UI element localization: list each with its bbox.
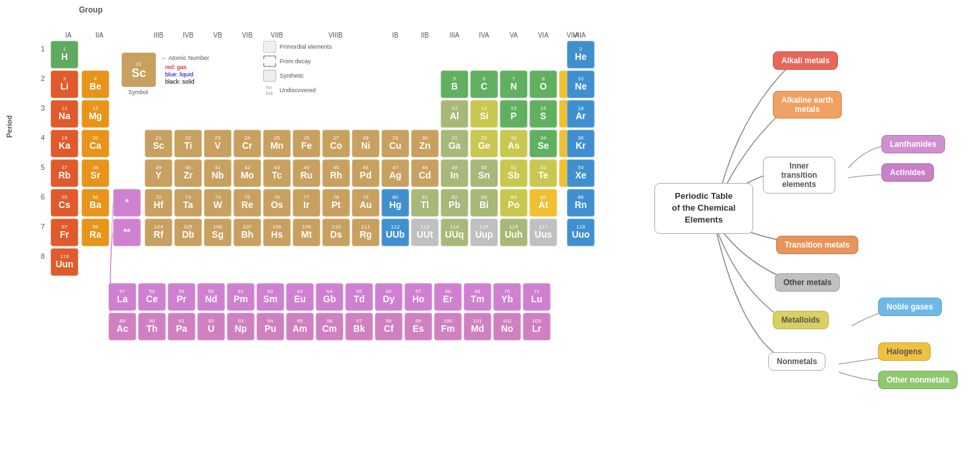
- element-Ar[interactable]: 18Ar: [567, 100, 595, 128]
- element-Th[interactable]: 90Th: [138, 313, 166, 340]
- element-Pr[interactable]: 59Pr: [168, 283, 195, 311]
- element-Pu[interactable]: 94Pu: [257, 313, 284, 340]
- element-Tm[interactable]: 69Tm: [464, 283, 491, 311]
- element-Ra[interactable]: 88Ra: [82, 219, 109, 246]
- element-Rn[interactable]: 86Rn: [567, 189, 595, 217]
- element-Bh[interactable]: 107Bh: [233, 219, 261, 246]
- node-other-metals[interactable]: Other metals: [775, 273, 840, 292]
- element-Pm[interactable]: 61Pm: [227, 283, 255, 311]
- element-Zr[interactable]: 40Zr: [174, 159, 202, 187]
- element-Mo[interactable]: 42Mo: [233, 159, 261, 187]
- element-Bi[interactable]: 83Bi: [470, 189, 498, 217]
- element-At[interactable]: 85At: [529, 189, 557, 217]
- element-W[interactable]: 74W: [204, 189, 232, 217]
- element-Ne[interactable]: 10Ne: [567, 70, 595, 98]
- element-Sn[interactable]: 50Sn: [470, 159, 498, 187]
- element-Uup[interactable]: 115Uup: [470, 219, 498, 246]
- element-Na[interactable]: 11Na: [51, 100, 78, 128]
- element-Mn[interactable]: 25Mn: [263, 130, 291, 157]
- element-Cu[interactable]: 29Cu: [381, 130, 409, 157]
- element-Cr[interactable]: 24Cr: [233, 130, 261, 157]
- element-Rf[interactable]: 104Rf: [145, 219, 172, 246]
- element-P[interactable]: 15P: [500, 100, 527, 128]
- element-Ge[interactable]: 32Ge: [470, 130, 498, 157]
- element-Uuo[interactable]: 118Uuo: [567, 219, 595, 246]
- element-Uuh[interactable]: 116Uuh: [500, 219, 527, 246]
- element-Sc[interactable]: 21Sc: [145, 130, 172, 157]
- element-Fe[interactable]: 26Fe: [293, 130, 320, 157]
- element-Co[interactable]: 27Co: [322, 130, 350, 157]
- element-Zn[interactable]: 30Zn: [411, 130, 439, 157]
- element-Sm[interactable]: 62Sm: [257, 283, 284, 311]
- element-Nb[interactable]: 41Nb: [204, 159, 232, 187]
- element-Ds[interactable]: 110Ds: [322, 219, 350, 246]
- element-Ce[interactable]: 58Ce: [138, 283, 166, 311]
- element-Mt[interactable]: 109Mt: [293, 219, 320, 246]
- element-N[interactable]: 7N: [500, 70, 527, 98]
- element-Am[interactable]: 95Am: [286, 313, 314, 340]
- element-Nd[interactable]: 60Nd: [197, 283, 225, 311]
- element-Y[interactable]: 39Y: [145, 159, 172, 187]
- node-alkaline-earth[interactable]: Alkaline earthmetals: [773, 91, 842, 119]
- element-Pd[interactable]: 46Pd: [352, 159, 380, 187]
- node-noble-gases[interactable]: Noble gases: [878, 298, 942, 316]
- element-Dy[interactable]: 66Dy: [375, 283, 403, 311]
- element-UUt[interactable]: 113UUt: [411, 219, 439, 246]
- node-metalloids[interactable]: Metalloids: [773, 311, 829, 329]
- element-Ti[interactable]: 22Ti: [174, 130, 202, 157]
- element-Tl[interactable]: 81Tl: [411, 189, 439, 217]
- element-Ba[interactable]: 56Ba: [82, 189, 109, 217]
- element-Cf[interactable]: 98Cf: [375, 313, 403, 340]
- element-Ru[interactable]: 44Ru: [293, 159, 320, 187]
- element-V[interactable]: 23V: [204, 130, 232, 157]
- element-Uus[interactable]: 117Uus: [529, 219, 557, 246]
- node-lanthanides[interactable]: Lanthanides: [881, 135, 945, 153]
- element-Be[interactable]: 4Be: [82, 70, 109, 98]
- node-nonmetals[interactable]: Nonmetals: [768, 352, 825, 371]
- element-Hf[interactable]: 72Hf: [145, 189, 172, 217]
- element-Ka[interactable]: 19Ka: [51, 130, 78, 157]
- element-Tc[interactable]: 43Tc: [263, 159, 291, 187]
- element-La[interactable]: 57La: [109, 283, 136, 311]
- node-inner-transition[interactable]: Inner transitionelements: [763, 157, 835, 194]
- element-Cs[interactable]: 55Cs: [51, 189, 78, 217]
- element-Ho[interactable]: 67Ho: [404, 283, 432, 311]
- element-Np[interactable]: 93Np: [227, 313, 255, 340]
- node-alkali-metals[interactable]: Alkali metals: [773, 51, 838, 70]
- element-C[interactable]: 6C: [470, 70, 498, 98]
- element-Te[interactable]: 52Te: [529, 159, 557, 187]
- element-lanthanide-placeholder[interactable]: *: [113, 189, 141, 217]
- element-H[interactable]: 1H: [51, 41, 78, 68]
- element-Li[interactable]: 3Li: [51, 70, 78, 98]
- element-Lr[interactable]: 103Lr: [523, 313, 551, 340]
- element-Rh[interactable]: 45Rh: [322, 159, 350, 187]
- element-Td[interactable]: 65Td: [345, 283, 373, 311]
- element-Rg[interactable]: 111Rg: [352, 219, 380, 246]
- element-Pt[interactable]: 78Pt: [322, 189, 350, 217]
- element-Sb[interactable]: 51Sb: [500, 159, 527, 187]
- element-Sg[interactable]: 106Sg: [204, 219, 232, 246]
- element-U[interactable]: 92U: [197, 313, 225, 340]
- element-In[interactable]: 49In: [441, 159, 468, 187]
- node-other-nonmetals[interactable]: Other nonmetals: [878, 371, 958, 389]
- element-Es[interactable]: 99Es: [404, 313, 432, 340]
- element-Ca[interactable]: 20Ca: [82, 130, 109, 157]
- element-Os[interactable]: 76Os: [263, 189, 291, 217]
- element-Po[interactable]: 84Po: [500, 189, 527, 217]
- element-Db[interactable]: 105Db: [174, 219, 202, 246]
- element-Cd[interactable]: 48Cd: [411, 159, 439, 187]
- element-He[interactable]: 2He: [567, 41, 595, 68]
- element-Se[interactable]: 34Se: [529, 130, 557, 157]
- element-Ac[interactable]: 89Ac: [109, 313, 136, 340]
- element-actinide-placeholder[interactable]: **: [113, 219, 141, 246]
- element-Re[interactable]: 75Re: [233, 189, 261, 217]
- node-halogens[interactable]: Halogens: [878, 342, 931, 361]
- element-UUb[interactable]: 112UUb: [381, 219, 409, 246]
- element-Pa[interactable]: 91Pa: [168, 313, 195, 340]
- element-Yb[interactable]: 70Yb: [493, 283, 521, 311]
- element-Lu[interactable]: 71Lu: [523, 283, 551, 311]
- element-Ta[interactable]: 73Ta: [174, 189, 202, 217]
- element-Uun[interactable]: 119Uun: [51, 248, 78, 276]
- node-transition-metals[interactable]: Transition metals: [776, 236, 858, 254]
- element-Ir[interactable]: 77Ir: [293, 189, 320, 217]
